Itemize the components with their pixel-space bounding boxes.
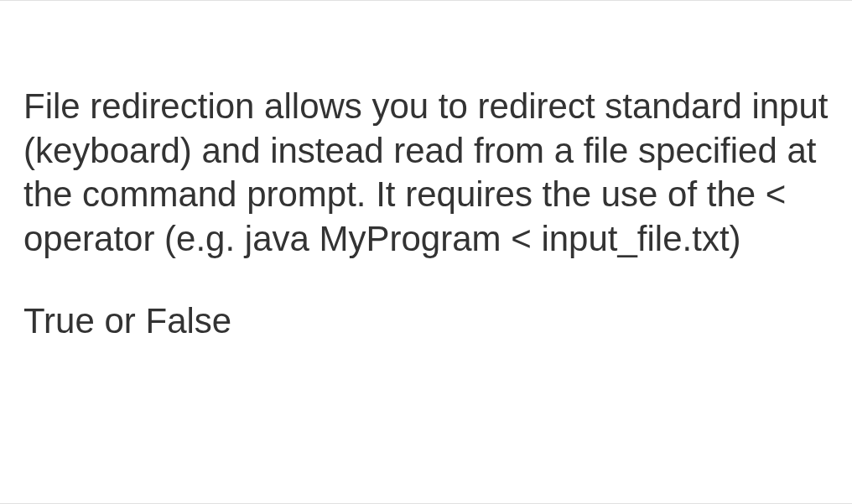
question-body: File redirection allows you to redirect …: [23, 85, 829, 261]
question-container: File redirection allows you to redirect …: [0, 0, 852, 504]
question-prompt: True or False: [23, 299, 829, 345]
